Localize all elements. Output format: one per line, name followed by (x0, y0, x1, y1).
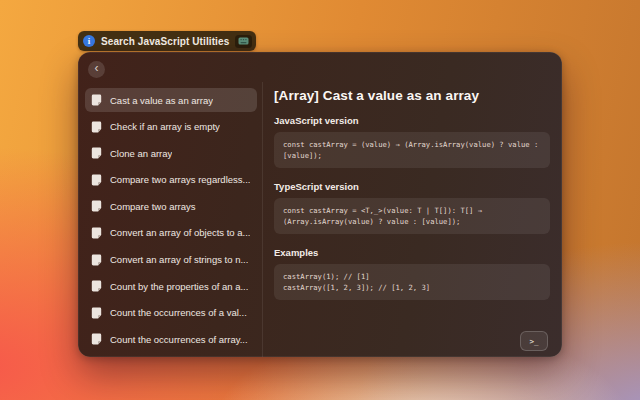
list-item-label: Count the occurrences of a val... (110, 307, 247, 318)
list-item[interactable]: Count the occurrences of a val... (85, 301, 257, 325)
document-icon (91, 174, 102, 186)
list-item[interactable]: Compare two arrays (85, 194, 257, 218)
list-item[interactable]: Count the occurrences of array... (85, 327, 257, 351)
document-icon (91, 94, 102, 106)
list-item[interactable]: Count by the properties of an a... (85, 274, 257, 298)
detail-pane: [Array] Cast a value as an array JavaScr… (274, 88, 550, 313)
extension-window: ‹ Cast a value as an array Check if an a… (78, 52, 562, 357)
document-icon (91, 200, 102, 212)
list-item-label: Count by the properties of an a... (110, 281, 248, 292)
terminal-icon: >_ (529, 337, 538, 346)
utility-list: Cast a value as an array Check if an arr… (85, 88, 257, 357)
list-item-label: Check if an array is empty (110, 121, 220, 132)
code-block-examples: castArray(1); // [1] castArray([1, 2, 3]… (274, 264, 550, 300)
list-item-label: Cast a value as an array (110, 95, 213, 106)
launcher-title: Search JavaScript Utilities (101, 36, 229, 47)
document-icon (91, 254, 102, 266)
document-icon (91, 147, 102, 159)
info-icon: i (83, 35, 95, 47)
pane-divider (262, 82, 263, 357)
list-item[interactable]: Clone an array (85, 141, 257, 165)
list-item[interactable]: Convert an array of strings to n... (85, 248, 257, 272)
code-block-typescript: const castArray = <T,_>(value: T | T[]):… (274, 198, 550, 234)
list-item-label: Convert an array of strings to n... (110, 254, 248, 265)
document-icon (91, 307, 102, 319)
section-heading-examples: Examples (274, 247, 550, 258)
detail-title: [Array] Cast a value as an array (274, 88, 550, 103)
list-item[interactable]: Cast a value as an array (85, 88, 257, 112)
list-item[interactable]: Check if an array is empty (85, 115, 257, 139)
back-button[interactable]: ‹ (88, 61, 105, 78)
list-item[interactable]: Compare two arrays regardless... (85, 168, 257, 192)
document-icon (91, 121, 102, 133)
section-heading-javascript: JavaScript version (274, 115, 550, 126)
list-item-label: Compare two arrays (110, 201, 196, 212)
document-icon (91, 333, 102, 345)
list-item-label: Clone an array (110, 148, 172, 159)
list-item[interactable]: Convert an array of objects to a... (85, 221, 257, 245)
list-item-label: Compare two arrays regardless... (110, 174, 250, 185)
terminal-action-button[interactable]: >_ (520, 331, 548, 351)
list-item-label: Convert an array of objects to a... (110, 227, 250, 238)
launcher-pill[interactable]: i Search JavaScript Utilities (78, 31, 256, 51)
list-item-label: Count the occurrences of array... (110, 334, 248, 345)
keyboard-icon (235, 35, 252, 48)
document-icon (91, 280, 102, 292)
code-block-javascript: const castArray = (value) ⇒ (Array.isArr… (274, 132, 550, 168)
list-item[interactable]: Create an array of cumulative... (85, 354, 257, 357)
section-heading-typescript: TypeScript version (274, 181, 550, 192)
document-icon (91, 227, 102, 239)
